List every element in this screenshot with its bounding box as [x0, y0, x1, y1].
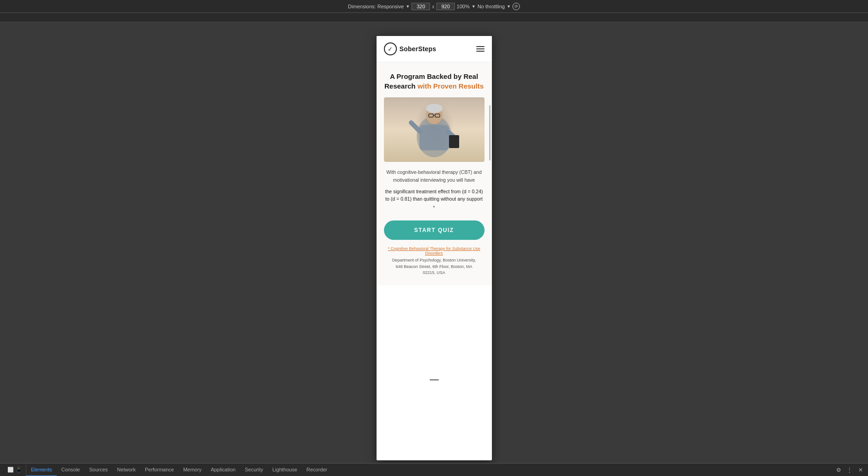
mobile-icon[interactable]: 📱 [16, 467, 22, 473]
tab-security[interactable]: Security [240, 464, 268, 476]
logo-area: ✓ SoberSteps [384, 42, 437, 55]
asterisk-marker: * [384, 205, 485, 210]
devtools-right-icons: ⚙ ⋮ ✕ [835, 466, 864, 474]
description-paragraph: With cognitive-behavioral therapy (CBT) … [384, 168, 485, 184]
zoom-value[interactable]: 100% [457, 4, 470, 9]
height-input[interactable] [437, 3, 455, 10]
hamburger-line-3 [476, 51, 485, 52]
hamburger-line-1 [476, 46, 485, 47]
svg-rect-5 [449, 135, 459, 148]
effect-paragraph: the significant treatment effect from (d… [384, 188, 485, 203]
tab-performance[interactable]: Performance [140, 464, 179, 476]
ruler [0, 13, 868, 22]
devtools-tabs: ⬜ 📱 Elements Console Sources Network Per… [4, 464, 332, 476]
mobile-device-frame: ✓ SoberSteps A Program Backed by Real Re… [377, 36, 492, 460]
devtools-bottom-bar: ⬜ 📱 Elements Console Sources Network Per… [0, 463, 868, 476]
dimension-separator: x [432, 4, 435, 9]
dimensions-label-text: Dimensions: Responsive [348, 4, 404, 9]
logo-icon: ✓ [384, 42, 397, 55]
tab-application[interactable]: Application [206, 464, 240, 476]
close-devtools-icon[interactable]: ✕ [857, 466, 864, 474]
tab-memory[interactable]: Memory [179, 464, 206, 476]
tab-sources[interactable]: Sources [84, 464, 112, 476]
page-headline: A Program Backed by Real Research with P… [384, 71, 485, 91]
video-image [384, 97, 485, 162]
rotate-icon[interactable]: ⟳ [513, 3, 520, 10]
spacer [384, 216, 485, 220]
drag-handle-area [420, 377, 448, 382]
footnote-link[interactable]: * Cognitive Behavioral Therapy for Subst… [384, 246, 485, 256]
more-icon[interactable]: ⋮ [846, 466, 853, 474]
tab-console[interactable]: Console [57, 464, 84, 476]
logo-text: SoberSteps [400, 45, 437, 53]
svg-rect-2 [419, 125, 449, 150]
devtools-left-icons: ⬜ 📱 [4, 464, 26, 476]
tab-lighthouse[interactable]: Lighthouse [268, 464, 302, 476]
footnote-address: Department of Psychology, Boston Univers… [384, 257, 485, 276]
hamburger-menu-button[interactable] [476, 46, 485, 52]
page-content: A Program Backed by Real Research with P… [377, 62, 492, 286]
svg-point-6 [426, 104, 443, 113]
dropdown-arrow-icon: ▼ [406, 4, 410, 9]
tab-recorder[interactable]: Recorder [302, 464, 332, 476]
svg-line-3 [411, 123, 420, 132]
start-quiz-button[interactable]: START QUIZ [384, 220, 485, 240]
settings-icon[interactable]: ⚙ [835, 466, 842, 474]
tab-elements[interactable]: Elements [26, 464, 57, 476]
hamburger-line-2 [476, 48, 485, 49]
viewport-area: ✓ SoberSteps A Program Backed by Real Re… [0, 22, 868, 460]
dimensions-control[interactable]: Dimensions: Responsive ▼ x 100% ▼ No thr… [348, 3, 520, 10]
headline-text-orange: with Proven Results [418, 82, 484, 90]
drag-handle-bar [430, 379, 439, 381]
zoom-arrow-icon: ▼ [472, 4, 476, 9]
inspect-icon[interactable]: ⬜ [7, 467, 14, 473]
person-svg [407, 102, 462, 162]
navbar: ✓ SoberSteps [377, 36, 492, 62]
throttling-label[interactable]: No throttling [478, 4, 505, 9]
throttle-arrow-icon: ▼ [507, 4, 511, 9]
width-input[interactable] [412, 3, 430, 10]
mobile-scrollbar[interactable] [489, 105, 491, 161]
tab-network[interactable]: Network [113, 464, 140, 476]
devtools-toolbar: Dimensions: Responsive ▼ x 100% ▼ No thr… [0, 0, 868, 13]
